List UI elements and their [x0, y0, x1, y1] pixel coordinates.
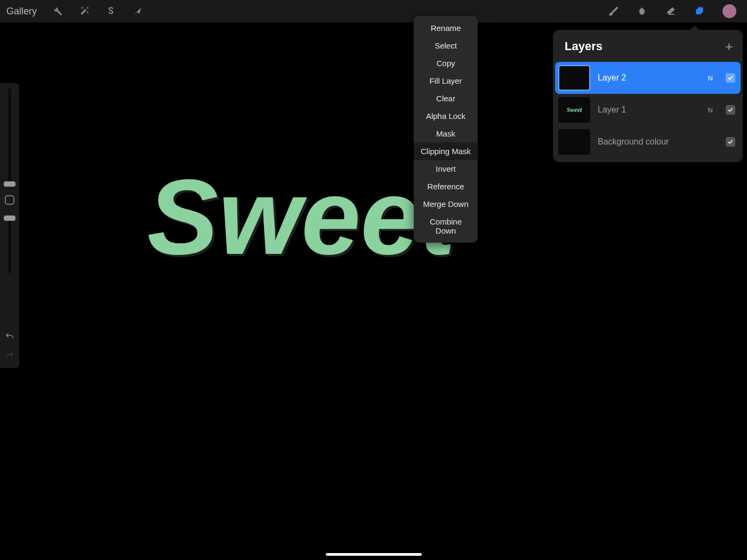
context-merge-down[interactable]: Merge Down [414, 195, 478, 213]
layer-row[interactable]: Layer 2 N [555, 62, 741, 94]
layer-name: Layer 1 [598, 105, 701, 115]
layers-panel-title: Layers [565, 39, 603, 53]
layers-icon[interactable] [694, 5, 705, 17]
toolbar-left-group: Gallery [6, 5, 143, 17]
undo-icon[interactable] [5, 332, 14, 343]
context-clear[interactable]: Clear [414, 90, 478, 107]
layer-thumbnail: Sweet [558, 97, 590, 123]
svg-rect-1 [698, 7, 703, 13]
blend-mode-label[interactable]: N [708, 74, 713, 82]
context-clipping-mask[interactable]: Clipping Mask [414, 142, 478, 160]
visibility-checkbox[interactable] [726, 73, 735, 83]
context-alpha-lock[interactable]: Alpha Lock [414, 107, 478, 125]
context-invert[interactable]: Invert [414, 160, 478, 178]
eraser-icon[interactable] [665, 5, 677, 17]
add-layer-button[interactable]: + [725, 39, 733, 53]
context-select[interactable]: Select [414, 37, 478, 54]
brush-icon[interactable] [607, 5, 619, 17]
layer-row[interactable]: Background colour [555, 126, 741, 158]
brush-size-slider[interactable] [8, 89, 11, 187]
transform-arrow-icon[interactable] [132, 5, 143, 17]
gallery-button[interactable]: Gallery [6, 6, 37, 17]
smudge-icon[interactable] [636, 5, 648, 17]
context-copy[interactable]: Copy [414, 54, 478, 72]
layer-context-menu: Rename Select Copy Fill Layer Clear Alph… [414, 16, 478, 243]
svg-text:Sweet: Sweet [147, 165, 459, 276]
visibility-checkbox[interactable] [726, 137, 735, 147]
selection-s-icon[interactable] [105, 5, 117, 17]
toolbar-right-group [607, 4, 741, 18]
layer-row[interactable]: Sweet Layer 1 N [555, 94, 741, 126]
opacity-slider[interactable] [8, 215, 11, 273]
context-reference[interactable]: Reference [414, 178, 478, 195]
home-indicator [326, 553, 422, 556]
layer-thumbnail [558, 65, 590, 91]
modify-button[interactable] [5, 195, 14, 205]
blend-mode-label[interactable]: N [708, 106, 713, 114]
redo-icon[interactable] [5, 351, 14, 363]
top-toolbar: Gallery [0, 0, 747, 22]
layers-panel: Layers + Layer 2 N Sweet Layer 1 N Backg… [553, 30, 743, 162]
layer-name: Background colour [598, 137, 705, 147]
color-swatch[interactable] [722, 4, 736, 18]
layer-name: Layer 2 [598, 73, 701, 83]
context-combine-down[interactable]: Combine Down [414, 213, 478, 239]
context-fill-layer[interactable]: Fill Layer [414, 72, 478, 90]
context-mask[interactable]: Mask [414, 125, 478, 142]
left-sidebar [0, 83, 19, 368]
visibility-checkbox[interactable] [726, 105, 735, 115]
layer-thumbnail [558, 129, 590, 155]
adjustments-wand-icon[interactable] [78, 5, 90, 17]
context-rename[interactable]: Rename [414, 19, 478, 37]
actions-wrench-icon[interactable] [52, 5, 63, 17]
